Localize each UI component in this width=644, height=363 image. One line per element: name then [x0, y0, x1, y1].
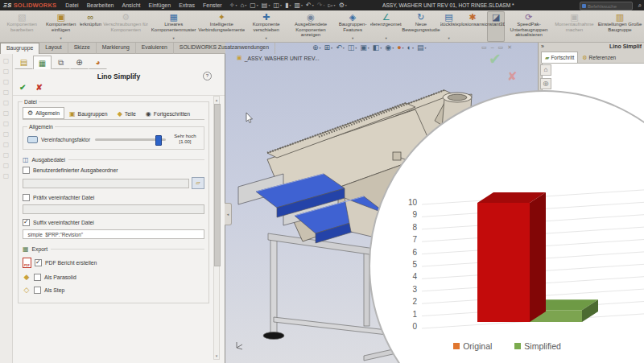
menu-item[interactable]: Ansicht: [118, 2, 145, 8]
task-pane-tab[interactable]: ▰Fortschritt: [541, 52, 578, 63]
search-icon[interactable]: ⌕: [638, 2, 642, 10]
view-tool[interactable]: ⊞▾: [324, 43, 333, 52]
view-tool[interactable]: ↶▾: [336, 43, 345, 52]
ribbon-button[interactable]: ⚙ Verschraubungen für Komponenten ▾: [101, 11, 150, 42]
quick-icon[interactable]: ↶▾: [306, 2, 314, 9]
scrollbar-thumb[interactable]: [214, 104, 221, 266]
file-tab[interactable]: ◉Fortgeschritten: [141, 107, 195, 119]
manager-tab[interactable]: ▦: [33, 56, 52, 69]
quick-icon[interactable]: ▢▾: [250, 2, 258, 9]
ok-button[interactable]: ✔: [19, 83, 26, 92]
view-tool[interactable]: ⊕▾: [312, 43, 321, 52]
feature-tree-flyout-icon[interactable]: ▢: [3, 162, 10, 169]
ribbon-button[interactable]: ▦ Lineares Komponentenmuster ▾: [150, 11, 197, 42]
command-tab[interactable]: Skizze: [68, 43, 97, 54]
quick-icon[interactable]: ✧▾: [229, 2, 237, 9]
ribbon-button[interactable]: ◪ Instant3D ▾: [487, 11, 505, 42]
ribbon-button[interactable]: ▣ Komponenten einfügen ▾: [42, 11, 80, 42]
feature-tree-flyout-icon[interactable]: ▢: [3, 57, 10, 64]
command-tab[interactable]: Layout: [39, 43, 68, 54]
feature-tree-flyout-icon[interactable]: ▢: [3, 172, 10, 179]
manager-tab[interactable]: ⊕: [70, 56, 89, 69]
parasolid-checkbox[interactable]: [34, 274, 41, 281]
cascade-icon[interactable]: ▭: [481, 44, 487, 51]
confirmation-ok-icon[interactable]: ✔: [489, 50, 502, 68]
step-checkbox[interactable]: [34, 287, 41, 294]
output-folder-field[interactable]: [23, 179, 189, 188]
panel-collapse-handle[interactable]: ◂: [225, 203, 232, 225]
ribbon-button[interactable]: ✚ Komponente verschieben ▾: [246, 11, 287, 42]
feature-tree-flyout-icon[interactable]: ▢: [3, 89, 10, 96]
panel-scrollbar[interactable]: ▴ ▾: [213, 96, 220, 360]
feature-tree-flyout-icon[interactable]: ▢: [3, 151, 10, 159]
ribbon-button[interactable]: ▣ Momentaufnahme machen ▾: [553, 11, 596, 42]
ribbon-button[interactable]: ▥ Einstellungen Große Baugruppe ▾: [596, 11, 644, 42]
prefix-checkbox[interactable]: [23, 194, 30, 201]
search-input[interactable]: [588, 4, 626, 9]
menu-item[interactable]: Datei: [61, 2, 82, 8]
view-tool[interactable]: ◐▾: [407, 43, 414, 52]
quick-icon[interactable]: ▮▾: [285, 2, 291, 9]
view-tool[interactable]: ▣▾: [360, 43, 369, 52]
home-icon[interactable]: ⌂: [540, 64, 551, 76]
quick-icon[interactable]: ◫▾: [273, 2, 282, 9]
manager-tab[interactable]: ▤: [14, 56, 33, 69]
ribbon-button[interactable]: ▧ Komponenten bearbeiten ▾: [2, 11, 42, 42]
quick-icon[interactable]: ⌂▾: [240, 2, 246, 9]
command-tab[interactable]: Evaluieren: [136, 43, 174, 54]
view-tool[interactable]: ●▾: [397, 43, 403, 52]
pdf-report-checkbox[interactable]: [35, 259, 42, 266]
quick-icon[interactable]: ↷▾: [317, 2, 325, 9]
cancel-button[interactable]: ✘: [35, 83, 42, 92]
menu-item[interactable]: Bearbeiten: [83, 2, 118, 8]
custom-output-folder-checkbox[interactable]: [23, 167, 30, 174]
ribbon-button[interactable]: ◈ Baugruppen-Features ▾: [335, 11, 370, 42]
design-library-icon[interactable]: ◎: [540, 78, 551, 89]
feature-tree-flyout-icon[interactable]: ▢: [3, 109, 10, 117]
ribbon-button[interactable]: ↻ Neue Bewegungsstudie ▾: [402, 11, 440, 42]
ribbon-button[interactable]: ▤ Stückliste ▾: [440, 11, 458, 42]
ribbon-button[interactable]: ◉ Ausgeblendete Komponenten anzeigen ▾: [287, 11, 335, 42]
view-tool[interactable]: ▤▾: [417, 43, 427, 52]
quick-icon[interactable]: ▤▾: [262, 2, 270, 9]
slider-thumb[interactable]: [155, 135, 162, 146]
manager-tab[interactable]: ⧉: [52, 56, 70, 69]
command-tab[interactable]: Markierung: [97, 43, 136, 54]
feature-tree-flyout-icon[interactable]: ▢: [3, 78, 10, 85]
feature-tree-flyout-icon[interactable]: ▢: [3, 141, 10, 148]
ribbon-button[interactable]: ⟳ SpeedPak-Unterbaugruppen aktualisieren…: [505, 11, 553, 42]
close-icon[interactable]: ✕: [507, 44, 512, 51]
confirmation-cancel-icon[interactable]: ✘: [507, 69, 518, 84]
ribbon-button[interactable]: ∠ Referenzgeometrie ▾: [370, 11, 402, 42]
menu-item[interactable]: Extras: [175, 2, 199, 8]
scroll-down-icon[interactable]: ▾: [214, 353, 219, 359]
command-tab[interactable]: SOLIDWORKS Zusatzanwendungen: [174, 43, 275, 54]
file-tab[interactable]: ⚙Allgemein: [23, 107, 64, 119]
task-pane-tab[interactable]: ⚙Referenzen: [578, 52, 620, 63]
scroll-up-icon[interactable]: ▴: [214, 97, 219, 103]
file-tab[interactable]: ◆Teile: [113, 107, 141, 119]
command-tab[interactable]: Baugruppe: [0, 43, 39, 54]
menu-item[interactable]: Fenster: [199, 2, 226, 8]
simplification-slider[interactable]: [95, 138, 166, 141]
help-icon[interactable]: ?: [203, 72, 212, 80]
ribbon-button[interactable]: ∞ Verknüpfung ▾: [80, 11, 101, 42]
view-tool[interactable]: ◉▾: [385, 43, 394, 52]
menu-item[interactable]: Einfügen: [144, 2, 175, 8]
browse-folder-button[interactable]: ▱: [192, 177, 204, 189]
suffix-field[interactable]: [23, 229, 204, 239]
ribbon-button[interactable]: ✦ Intelligente Verbindungselemente ▾: [197, 11, 246, 42]
view-tool[interactable]: ◧▾: [373, 43, 382, 52]
quick-icon[interactable]: ▥▾: [294, 2, 303, 9]
feature-tree-flyout-icon[interactable]: ▢: [3, 99, 10, 106]
feature-tree-flyout-icon[interactable]: ▢: [3, 120, 10, 127]
feature-tree-flyout-icon[interactable]: ▢: [3, 130, 10, 138]
suffix-checkbox[interactable]: [23, 219, 30, 226]
collapse-pane-icon[interactable]: »: [541, 43, 544, 49]
command-search[interactable]: [580, 2, 633, 10]
feature-tree-flyout-icon[interactable]: ▢: [3, 68, 10, 75]
ribbon-button[interactable]: ✱ Explosionsansicht ▾: [457, 11, 487, 42]
quick-icon[interactable]: ▻▾: [328, 2, 335, 9]
view-tool[interactable]: ◫▾: [348, 43, 357, 52]
prefix-field[interactable]: [23, 204, 204, 214]
